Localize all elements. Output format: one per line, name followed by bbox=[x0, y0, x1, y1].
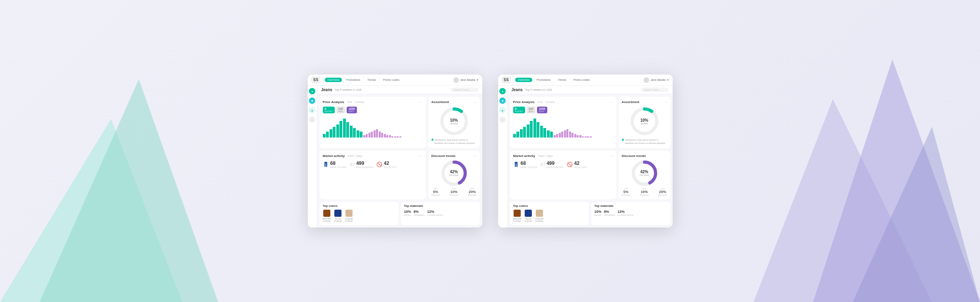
user-name: Jane Abadia bbox=[460, 78, 476, 81]
sidebar-icon-0[interactable]: ● bbox=[499, 88, 506, 94]
chart-bar-purple bbox=[391, 136, 393, 138]
search-box[interactable]: Search here... bbox=[641, 88, 669, 92]
sidebar-icon-2[interactable]: ▲ bbox=[499, 107, 506, 113]
discount-range-max: MAX20%Discount bbox=[658, 187, 667, 196]
swatch-label-blue: BLUEFUDGE bbox=[525, 218, 532, 223]
sidebar-icon-1[interactable]: ■ bbox=[309, 97, 315, 104]
discount-trends-menu[interactable]: ⋯ bbox=[473, 154, 477, 158]
chart-bar-purple bbox=[561, 132, 563, 138]
assortment-menu[interactable]: ⋯ bbox=[473, 100, 477, 104]
nav-bar: SSOverviewPromotionsTrendsPromo codesJan… bbox=[308, 75, 482, 86]
material-name: SPANDEX bbox=[604, 214, 615, 216]
sidebar-icon-3[interactable]: ○ bbox=[309, 117, 315, 123]
price-analysis-filter-full[interactable]: Full bbox=[538, 101, 542, 103]
product-title: Jeans bbox=[512, 88, 523, 92]
assortment-note: Vestibulum ante ipsum primis in faucibus… bbox=[622, 138, 667, 145]
price-analysis-menu[interactable]: ⋯ bbox=[419, 100, 423, 104]
chart-bar-teal bbox=[516, 132, 519, 138]
assortment-menu[interactable]: ⋯ bbox=[663, 100, 667, 104]
price-analysis-filter-full[interactable]: Full bbox=[347, 101, 352, 103]
market-stat-new-styles: 👖68NEW STYLES bbox=[513, 161, 537, 168]
chart-bar-purple bbox=[381, 133, 383, 138]
discount-range-min: MIN5%Discount bbox=[432, 187, 440, 196]
market-stat-discounted: 🏷499DISCOUNTED bbox=[540, 161, 564, 168]
nav-user: Jane Abadia▾ bbox=[644, 77, 669, 83]
search-box[interactable]: Search here... bbox=[451, 88, 478, 92]
nav-tab-overview[interactable]: Overview bbox=[515, 78, 532, 82]
nav-tab-promotions[interactable]: Promotions bbox=[534, 78, 553, 82]
chevron-down-icon: ▾ bbox=[667, 78, 669, 82]
discount-trends-widget: Discount trends⋯42%ON SALEMIN5%DiscountA… bbox=[619, 151, 670, 199]
market-activity-period: Past 7 days bbox=[538, 155, 553, 157]
market-stat-new-styles: 👖68NEW STYLES bbox=[323, 161, 347, 168]
sidebar-icon-3[interactable]: ○ bbox=[499, 117, 506, 123]
material-pct: 12% bbox=[618, 210, 634, 214]
nav-tab-overview[interactable]: Overview bbox=[325, 78, 342, 82]
assortment-widget: Assortment⋯10%JEANSVestibulum ante ipsum… bbox=[428, 97, 480, 148]
assortment-widget: Assortment⋯10%JEANSVestibulum ante ipsum… bbox=[619, 97, 670, 148]
stat-icon-2: 🚫 bbox=[567, 162, 573, 167]
color-swatch-blue: BLUEFUDGE bbox=[525, 210, 532, 223]
chart-bar-teal bbox=[513, 134, 516, 138]
market-activity-menu[interactable]: ⋯ bbox=[419, 154, 423, 158]
nav-tab-promotions[interactable]: Promotions bbox=[343, 78, 363, 82]
nav-tab-promo-codes[interactable]: Promo codes bbox=[380, 78, 402, 82]
stat-number: 42 bbox=[574, 161, 587, 166]
discount-trends-menu[interactable]: ⋯ bbox=[663, 154, 667, 158]
chart-bar-teal bbox=[543, 128, 546, 138]
nav-tabs: OverviewPromotionsTrendsPromo codes bbox=[515, 78, 641, 82]
chart-bar-purple bbox=[574, 134, 576, 138]
sidebar-icon-1[interactable]: ■ bbox=[499, 97, 506, 104]
nav-tab-trends[interactable]: Trends bbox=[364, 78, 379, 82]
top-materials-widget: Top materials10%WOOL8%SPANDEX12%OTHER WO… bbox=[591, 202, 670, 225]
price-analysis-menu[interactable]: ⋯ bbox=[609, 100, 613, 104]
price-analysis-widget: Price AnalysisFullCurrent⋯6ENTRY120AVG12… bbox=[510, 97, 616, 148]
product-header: JeansTop 5 retailers in USASearch here..… bbox=[508, 86, 673, 94]
product-subtitle: Top 5 retailers in USA bbox=[335, 88, 362, 91]
top-colors-title: Top colors bbox=[513, 204, 586, 208]
nav-tab-trends[interactable]: Trends bbox=[555, 78, 569, 82]
market-activity-menu[interactable]: ⋯ bbox=[609, 154, 613, 158]
chart-bar-teal bbox=[520, 129, 523, 138]
chart-bar-purple bbox=[389, 135, 391, 138]
top-colors-widget: Top colorsBROWNFUDGEBLUEFUDGECREAMFUDGE bbox=[510, 202, 589, 225]
price-analysis-filter-current[interactable]: Current bbox=[355, 101, 364, 103]
material-name: OTHER WOOL bbox=[427, 214, 443, 216]
product-header: JeansTop 5 retailers in USASearch here..… bbox=[317, 86, 482, 94]
nav-tab-promo-codes[interactable]: Promo codes bbox=[571, 78, 593, 82]
material-pct: 10% bbox=[404, 210, 411, 214]
chart-bar-teal bbox=[357, 130, 359, 138]
chart-bar-teal bbox=[527, 124, 529, 138]
color-swatch-brown: BROWNFUDGE bbox=[323, 210, 331, 223]
material-name: OTHER WOOL bbox=[618, 214, 634, 216]
price-analysis-filter-current[interactable]: Current bbox=[545, 101, 554, 103]
chart-bar-purple bbox=[384, 134, 386, 138]
stat-label: NEW STYLES bbox=[330, 166, 347, 168]
chart-bar-teal bbox=[533, 119, 536, 138]
swatch-box-brown bbox=[323, 210, 330, 217]
chart-bar-purple bbox=[590, 136, 592, 138]
top-materials-title: Top materials bbox=[595, 204, 667, 208]
chart-bar-teal bbox=[343, 119, 346, 138]
material-pct: 12% bbox=[427, 210, 443, 214]
chart-bar-purple bbox=[587, 136, 589, 138]
dashboard-2: SSOverviewPromotionsTrendsPromo codesJan… bbox=[498, 75, 673, 227]
stat-number: 42 bbox=[384, 161, 397, 166]
market-activity-title: Market activity bbox=[513, 154, 535, 158]
chart-bar-purple bbox=[569, 132, 571, 138]
nav-tabs: OverviewPromotionsTrendsPromo codes bbox=[325, 78, 451, 82]
stat-number: 499 bbox=[356, 161, 373, 166]
materials-grid: 10%WOOL8%SPANDEX12%OTHER WOOL bbox=[595, 210, 667, 216]
material-item-spandex: 8%SPANDEX bbox=[604, 210, 615, 216]
user-avatar bbox=[644, 77, 649, 83]
discount-range: MIN5%DiscountAVG10%DiscountMAX20%Discoun… bbox=[432, 187, 477, 196]
sidebar-icon-0[interactable]: ● bbox=[309, 88, 315, 94]
swatch-label-brown: BROWNFUDGE bbox=[513, 218, 522, 223]
note-dot bbox=[432, 139, 433, 141]
chart-bar-teal bbox=[323, 134, 326, 138]
sidebar-icon-2[interactable]: ▲ bbox=[309, 107, 315, 113]
assortment-donut: 10%JEANS bbox=[622, 107, 667, 135]
svg-marker-4 bbox=[853, 127, 980, 302]
chart-bar-teal bbox=[330, 129, 332, 138]
market-activity-widget: Market activityPast 7 days⋯👖68NEW STYLES… bbox=[510, 151, 616, 199]
